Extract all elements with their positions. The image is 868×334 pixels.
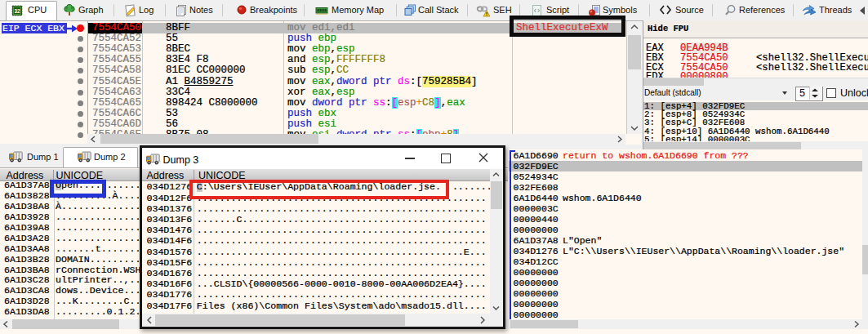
svg-text:32: 32 <box>14 8 20 14</box>
